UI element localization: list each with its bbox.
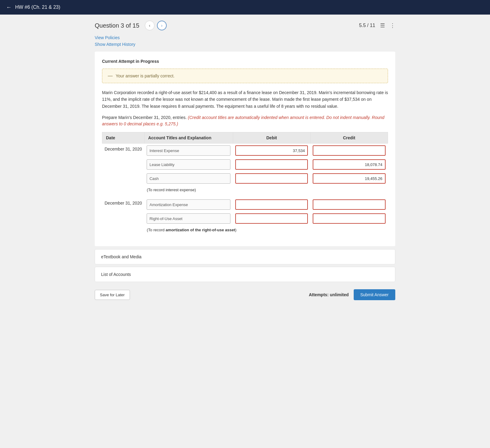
table-row: [102, 158, 388, 171]
entry1-account3-cell: [144, 171, 233, 185]
entry1-account2-cell: [144, 158, 233, 171]
partial-correct-banner: — Your answer is partially correct.: [102, 69, 388, 83]
problem-text: Marin Corporation recorded a right-of-us…: [102, 89, 388, 110]
score-display: 5.5 / 11: [359, 23, 375, 28]
col-account: Account Titles and Explanation: [144, 132, 233, 144]
entry2-debit2-cell: [233, 212, 310, 226]
entry1-account3-input[interactable]: [147, 173, 230, 184]
entry2-credit1-input[interactable]: [313, 199, 385, 210]
entry2-debit1-input[interactable]: [235, 199, 308, 210]
entry1-credit2-cell: [310, 158, 388, 171]
list-icon[interactable]: ☰: [380, 22, 385, 29]
etextbook-section[interactable]: eTextbook and Media: [95, 249, 395, 264]
top-bar: ← HW #6 (Ch. 21 & 23): [0, 0, 490, 15]
back-icon[interactable]: ←: [6, 4, 12, 11]
col-debit: Debit: [233, 132, 310, 144]
entry1-credit2-input[interactable]: [313, 159, 385, 170]
entry2-date: December 31, 2020: [102, 198, 145, 226]
entry1-debit2-input[interactable]: [235, 159, 308, 170]
footer-right: Attempts: unlimited Submit Answer: [309, 289, 395, 300]
list-accounts-section[interactable]: List of Accounts: [95, 267, 395, 282]
question-header: Question 3 of 15 ‹ › 5.5 / 11 ☰ ⋮: [95, 21, 395, 30]
show-attempt-link[interactable]: Show Attempt History: [95, 42, 395, 47]
entry2-debit2-input[interactable]: [235, 213, 308, 224]
table-row: December 31, 2020: [102, 198, 388, 212]
instruction-normal: Prepare Marin's December 31, 2020, entri…: [102, 115, 187, 120]
entry1-credit3-input[interactable]: [313, 173, 385, 184]
entry2-debit1-cell: [233, 198, 310, 212]
footer-bar: Save for Later Attempts: unlimited Submi…: [95, 284, 395, 305]
entry1-credit3-cell: [310, 171, 388, 185]
entry1-account1-input[interactable]: [147, 145, 230, 156]
instruction: Prepare Marin's December 31, 2020, entri…: [102, 114, 388, 127]
entry2-credit2-input[interactable]: [313, 213, 385, 224]
entry1-debit3-cell: [233, 171, 310, 185]
attempts-label: Attempts: unlimited: [309, 292, 349, 297]
next-icon: ›: [161, 23, 162, 28]
journal-table: Date Account Titles and Explanation Debi…: [102, 132, 388, 234]
entry2-note-suffix: ): [235, 228, 236, 232]
next-question-button[interactable]: ›: [157, 21, 167, 30]
table-row: [102, 212, 388, 226]
entry1-debit2-cell: [233, 158, 310, 171]
entry1-date: December 31, 2020: [102, 144, 145, 186]
entry1-credit1-input[interactable]: [313, 145, 385, 156]
list-accounts-label: List of Accounts: [101, 272, 131, 277]
prev-icon: ‹: [149, 23, 150, 28]
entry1-account1-cell: [144, 144, 233, 158]
entry2-account1-input[interactable]: [147, 199, 230, 210]
entry2-credit2-cell: [310, 212, 388, 226]
spacer-row: [102, 194, 388, 198]
entry1-note: (To record interest expense): [144, 185, 388, 194]
table-row: December 31, 2020: [102, 144, 388, 158]
entry1-note-spacer: [102, 185, 145, 194]
table-row: (To record amortization of the right-of-…: [102, 226, 388, 234]
entry2-account2-input[interactable]: [147, 213, 230, 224]
question-title: Question 3 of 15: [95, 22, 139, 29]
dash-icon: —: [108, 73, 113, 79]
etextbook-label: eTextbook and Media: [101, 254, 141, 259]
table-row: [102, 171, 388, 185]
entry1-debit1-input[interactable]: [235, 145, 308, 156]
banner-text: Your answer is partially correct.: [116, 73, 175, 78]
entry2-note-spacer: [102, 226, 145, 234]
view-policies-link[interactable]: View Policies: [95, 35, 395, 40]
main-container: Question 3 of 15 ‹ › 5.5 / 11 ☰ ⋮ View P…: [86, 15, 404, 311]
attempt-title: Current Attempt in Progress: [102, 59, 388, 64]
entry1-debit3-input[interactable]: [235, 173, 308, 184]
score-area: 5.5 / 11 ☰ ⋮: [359, 22, 395, 29]
more-options-icon[interactable]: ⋮: [390, 22, 395, 29]
question-nav: Question 3 of 15 ‹ ›: [95, 21, 167, 30]
table-row: (To record interest expense): [102, 185, 388, 194]
main-card: Current Attempt in Progress — Your answe…: [95, 52, 395, 246]
col-date: Date: [102, 132, 145, 144]
entry2-account2-cell: [144, 212, 233, 226]
entry2-credit1-cell: [310, 198, 388, 212]
entry2-note-prefix: (To record: [147, 228, 165, 232]
entry1-account2-input[interactable]: [147, 159, 230, 170]
hw-title: HW #6 (Ch. 21 & 23): [15, 5, 60, 10]
prev-question-button[interactable]: ‹: [145, 21, 155, 30]
entry2-note: (To record amortization of the right-of-…: [144, 226, 388, 234]
save-later-button[interactable]: Save for Later: [95, 290, 130, 300]
col-credit: Credit: [310, 132, 388, 144]
entry1-debit1-cell: [233, 144, 310, 158]
submit-answer-button[interactable]: Submit Answer: [354, 289, 395, 300]
entry2-account1-cell: [144, 198, 233, 212]
entry1-credit1-cell: [310, 144, 388, 158]
entry2-note-bold: amortization of the right-of-use asset: [166, 228, 235, 232]
link-row: View Policies Show Attempt History: [95, 35, 395, 47]
